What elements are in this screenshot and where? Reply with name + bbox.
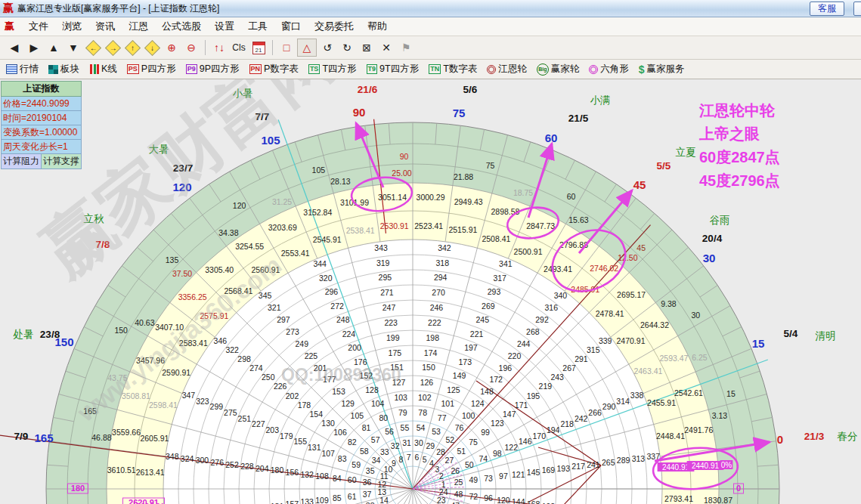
nav-left-icon[interactable]: ◀ xyxy=(5,39,23,56)
wheel-label: 251 xyxy=(238,414,252,423)
diamond-up-icon[interactable]: ↑ xyxy=(123,39,141,56)
wheel-label: 2500.91 xyxy=(514,247,543,256)
wheel-label: 37 xyxy=(363,490,372,499)
menu-bar: 赢 文件浏览资讯江恩公式选股设置工具窗口交易委托帮助 xyxy=(0,17,861,36)
wheel-label: 28.13 xyxy=(330,177,350,186)
ribbon-item-T数字表[interactable]: TNT数字表 xyxy=(429,63,477,76)
square-tool-icon[interactable]: □ xyxy=(277,39,296,56)
wheel-label: 2593.47 xyxy=(659,354,688,363)
wheel-label: 148 xyxy=(480,387,494,396)
wheel-label: 174 xyxy=(424,348,438,357)
zoom-out-icon[interactable]: ⊖ xyxy=(182,39,200,56)
calc-resistance-button[interactable]: 计算阻力 xyxy=(1,154,42,169)
ribbon-item-9P四方形[interactable]: P99P四方形 xyxy=(186,63,240,76)
window-title: 赢家江恩专业版[赢家服务平台] - [上证指数 江恩轮] xyxy=(17,2,219,15)
wheel-label: 178 xyxy=(298,400,311,410)
menu-item-8[interactable]: 交易委托 xyxy=(308,20,361,32)
ribbon-item-9T四方形[interactable]: T99T四方形 xyxy=(367,63,420,76)
ribbon-item-P数字表[interactable]: PNP数字表 xyxy=(249,63,299,76)
wheel-label: 105 xyxy=(351,411,364,420)
wheel-label: 90 xyxy=(400,152,409,161)
cls-button[interactable]: Cls xyxy=(230,39,248,56)
wheel-label: 320 xyxy=(319,274,333,283)
rotate-ccw-icon[interactable]: ↺ xyxy=(318,39,336,56)
ribbon-item-K线[interactable]: K线 xyxy=(89,63,117,76)
wheel-label: 61 xyxy=(348,492,357,501)
wheel-label: 56 xyxy=(385,427,394,436)
box-x-icon[interactable]: ⊠ xyxy=(358,39,376,56)
wheel-label: 90 xyxy=(353,106,366,119)
wheel-label: 49 xyxy=(469,475,478,484)
wheel-label: 107 xyxy=(321,449,335,458)
clipped-button[interactable] xyxy=(853,2,861,16)
updown-arrows-icon[interactable]: ↑↓ xyxy=(210,39,228,56)
wheel-label: 36 xyxy=(363,478,372,487)
wheel-label: 2620.91 xyxy=(129,498,159,504)
wheel-label: 248 xyxy=(336,315,350,324)
wheel-label: 96 xyxy=(484,493,493,502)
wheel-label: 125 xyxy=(447,385,460,394)
wheel-label: 252 xyxy=(225,460,239,469)
ribbon-item-行情[interactable]: 行情 xyxy=(6,63,39,76)
menu-item-5[interactable]: 设置 xyxy=(208,20,241,32)
nav-right-icon[interactable]: ▶ xyxy=(25,39,43,56)
menu-item-7[interactable]: 窗口 xyxy=(274,20,308,32)
wheel-label: 2448.41 xyxy=(656,431,685,441)
wheel-label: 105 xyxy=(312,165,326,175)
ribbon-item-P四方形[interactable]: PSP四方形 xyxy=(127,63,176,76)
zoom-in-icon[interactable]: ⊕ xyxy=(163,39,181,56)
menu-item-2[interactable]: 资讯 xyxy=(88,20,122,32)
wheel-label: 2695.17 xyxy=(617,290,646,299)
menu-item-0[interactable]: 文件 xyxy=(22,20,55,32)
wheel-label: 275 xyxy=(224,408,237,417)
wheel-label: 249 xyxy=(296,339,309,348)
wheel-label: 82 xyxy=(348,438,357,447)
diamond-right-icon[interactable]: → xyxy=(104,39,122,56)
wheel-label: 29 xyxy=(426,441,435,450)
calendar-icon[interactable]: 21 xyxy=(249,39,268,56)
wheel-label: 75 xyxy=(486,161,495,170)
cursor-up-icon[interactable]: ▲ xyxy=(45,39,63,56)
rotate-cw-icon[interactable]: ↻ xyxy=(338,39,356,56)
menu-item-4[interactable]: 公式选股 xyxy=(155,20,208,32)
wheel-label: 34 xyxy=(372,456,381,465)
wheel-label: 179 xyxy=(280,431,293,441)
ribbon-item-赢家服务[interactable]: $赢家服务 xyxy=(639,63,685,76)
wheel-label: 120 xyxy=(172,181,191,193)
ribbon-item-赢家轮[interactable]: Big赢家轮 xyxy=(537,63,580,76)
main-toolbar: ◀▶▲▼←→↑↓⊕⊖↑↓Cls21□△↺↻⊠✕⚑ xyxy=(0,36,861,60)
menu-item-1[interactable]: 浏览 xyxy=(55,20,88,32)
wheel-label: 176 xyxy=(354,357,367,366)
ribbon-item-T四方形[interactable]: TST四方形 xyxy=(308,63,357,76)
wheel-label: 323 xyxy=(196,397,209,406)
ribbon-item-六角形[interactable]: 六角形 xyxy=(589,63,629,76)
diamond-left-icon[interactable]: ← xyxy=(84,39,102,56)
wheel-label: 谷雨 xyxy=(710,215,730,226)
wheel-label: 26 xyxy=(451,466,460,475)
wheel-label: 243 xyxy=(550,373,564,382)
wheel-label: 2538.41 xyxy=(346,226,375,235)
menu-item-9[interactable]: 帮助 xyxy=(361,20,394,32)
ribbon-label: K线 xyxy=(101,63,117,76)
ribbon-label: P数字表 xyxy=(264,63,299,76)
calc-support-button[interactable]: 计算支撑 xyxy=(42,154,82,169)
wheel-label: 6 xyxy=(414,453,419,462)
wheel-label: 154 xyxy=(310,410,324,419)
wheel-label: 126 xyxy=(420,378,434,387)
cursor-down-icon[interactable]: ▼ xyxy=(64,39,82,56)
wheel-label: 46.88 xyxy=(91,433,111,442)
ribbon-item-江恩轮[interactable]: 江恩轮 xyxy=(487,63,527,76)
diamond-down-icon[interactable]: ↓ xyxy=(143,39,161,56)
wheel-label: 57 xyxy=(371,435,380,444)
triangle-tool-icon[interactable]: △ xyxy=(297,39,317,57)
wheel-label: 37.50 xyxy=(172,269,192,278)
pin-icon[interactable]: ⚑ xyxy=(397,39,415,56)
wheel-label: 31.25 xyxy=(272,197,292,206)
scatter-icon[interactable]: ✕ xyxy=(377,39,395,56)
wheel-label: 60 xyxy=(567,192,576,201)
wheel-label: 297 xyxy=(277,315,290,324)
customer-service-button[interactable]: 客服 xyxy=(810,2,844,16)
ribbon-item-板块[interactable]: 板块 xyxy=(48,63,79,76)
menu-item-3[interactable]: 江恩 xyxy=(122,20,155,32)
menu-item-6[interactable]: 工具 xyxy=(241,20,274,32)
